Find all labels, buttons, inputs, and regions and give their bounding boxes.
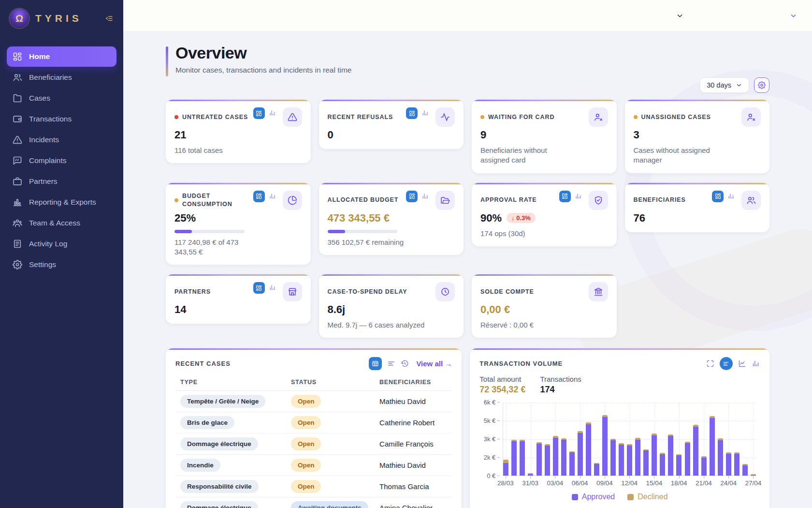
table-row[interactable]: Responsabilité civileOpenThomas Garcia bbox=[175, 476, 452, 497]
case-status-cell: Awaiting documents bbox=[286, 497, 375, 508]
store-icon bbox=[283, 282, 302, 301]
table-row[interactable]: Bris de glaceOpenCatherine Robert bbox=[175, 412, 452, 433]
legend-item-approved: Approved bbox=[572, 493, 615, 501]
sidebar-item-activity-log[interactable]: Activity Log bbox=[7, 234, 116, 254]
chart-y-axis: 0 €2k €3k €5k €6k € bbox=[479, 403, 503, 476]
line-view-icon[interactable] bbox=[738, 359, 746, 368]
topbar bbox=[123, 0, 812, 31]
list-view-icon[interactable] bbox=[387, 359, 395, 368]
pie-chart-icon bbox=[283, 191, 302, 210]
case-type-pill: Dommage électrique bbox=[180, 501, 258, 508]
table-row[interactable]: Dommage électriqueOpenCamille François bbox=[175, 433, 452, 455]
chart-bar-01-04 bbox=[536, 442, 542, 476]
mini-bar-chart-icon[interactable] bbox=[727, 193, 735, 200]
sidebar-item-label: Reporting & Exports bbox=[29, 198, 96, 207]
transaction-volume-chart: 0 €2k €3k €5k €6k € bbox=[479, 403, 760, 476]
approved-segment bbox=[511, 441, 517, 476]
stat-value: 0,00 € bbox=[480, 303, 510, 316]
stat-label: SOLDE COMPTE bbox=[480, 288, 534, 296]
approved-segment bbox=[652, 435, 657, 476]
sidebar-item-home[interactable]: Home bbox=[7, 46, 116, 67]
grid-toggle-icon[interactable] bbox=[712, 191, 724, 202]
approved-segment bbox=[569, 452, 575, 476]
status-badge: Open bbox=[291, 480, 321, 493]
grid-toggle-icon[interactable] bbox=[253, 282, 265, 294]
approved-segment bbox=[751, 475, 756, 476]
stat-card-header: CASE-TO-SPEND DELAY bbox=[328, 282, 455, 301]
topbar-chevron-down-icon[interactable] bbox=[676, 12, 684, 20]
stat-card-icons bbox=[586, 282, 608, 301]
stat-card-header: BENEFICIARIES bbox=[634, 191, 761, 210]
sidebar-item-transactions[interactable]: Transactions bbox=[7, 109, 116, 129]
status-dot bbox=[174, 198, 178, 202]
approved-segment bbox=[643, 450, 649, 476]
history-view-icon[interactable] bbox=[401, 359, 409, 368]
wallet-icon bbox=[13, 114, 22, 124]
chart-plot-area bbox=[503, 403, 756, 476]
table-view-icon[interactable] bbox=[369, 357, 382, 370]
chart-bar-03-04 bbox=[553, 436, 558, 476]
alert-triangle-icon bbox=[13, 135, 22, 145]
stacked-view-icon[interactable] bbox=[720, 357, 733, 370]
beneficiary-cell: Mathieu David bbox=[375, 391, 452, 412]
table-row[interactable]: IncendieOpenMathieu David bbox=[175, 455, 452, 476]
stat-card-unassigned-cases: UNASSIGNED CASES3Cases without assigned … bbox=[625, 100, 770, 173]
sidebar-item-complaints[interactable]: Complaints bbox=[7, 150, 116, 171]
sidebar-item-beneficiaries[interactable]: Beneficiaries bbox=[7, 67, 116, 88]
chart-bar-20-04 bbox=[693, 425, 698, 476]
gear-icon bbox=[13, 260, 22, 269]
grid-toggle-icon[interactable] bbox=[253, 191, 265, 202]
mini-bar-chart-icon[interactable] bbox=[269, 193, 276, 200]
clock-icon bbox=[435, 282, 455, 301]
dashboard-settings-button[interactable] bbox=[754, 77, 769, 93]
chart-bar-30-03 bbox=[520, 440, 525, 476]
mini-bar-chart-icon[interactable] bbox=[269, 284, 276, 291]
status-badge: Open bbox=[291, 459, 321, 472]
sidebar-item-settings[interactable]: Settings bbox=[7, 254, 116, 275]
approved-segment bbox=[668, 436, 673, 476]
sidebar-item-label: Incidents bbox=[29, 135, 59, 144]
mini-bar-chart-icon[interactable] bbox=[421, 109, 429, 117]
approved-segment bbox=[693, 427, 698, 476]
approved-segment bbox=[545, 446, 550, 476]
grid-toggle-icon[interactable] bbox=[559, 191, 571, 202]
sidebar-item-reporting-exports[interactable]: Reporting & Exports bbox=[7, 192, 116, 212]
x-axis-label: 03/04 bbox=[547, 479, 563, 487]
grid-toggle-icon[interactable] bbox=[406, 107, 418, 119]
message-quote-icon bbox=[13, 156, 22, 165]
period-select-value: 30 days bbox=[707, 81, 731, 89]
sidebar-collapse-icon[interactable] bbox=[105, 14, 114, 23]
bar-view-icon[interactable] bbox=[752, 359, 760, 368]
period-select[interactable]: 30 days bbox=[700, 77, 749, 93]
stat-card-header: WAITING FOR CARD bbox=[480, 107, 608, 127]
sidebar-item-team-access[interactable]: Team & Access bbox=[7, 213, 116, 233]
stat-label: CASE-TO-SPEND DELAY bbox=[328, 288, 407, 296]
mini-bar-chart-icon[interactable] bbox=[269, 109, 276, 117]
grid-toggle-icon[interactable] bbox=[406, 191, 418, 202]
chart-bar-13-04 bbox=[635, 438, 640, 476]
stat-value-row: 0 bbox=[328, 129, 455, 141]
case-type-cell: Bris de glace bbox=[175, 412, 286, 433]
case-type-pill: Bris de glace bbox=[180, 416, 234, 429]
grid-toggle-icon[interactable] bbox=[253, 107, 265, 119]
sidebar-item-partners[interactable]: Partners bbox=[7, 171, 116, 192]
sidebar-item-incidents[interactable]: Incidents bbox=[7, 130, 116, 150]
table-row[interactable]: Tempête / Grêle / NeigeOpenMathieu David bbox=[175, 391, 452, 412]
stat-value-row: 8.6j bbox=[328, 303, 455, 316]
table-row[interactable]: Dommage électriqueAwaiting documentsAmin… bbox=[175, 497, 452, 508]
mini-bar-chart-icon[interactable] bbox=[575, 193, 582, 200]
sidebar-item-cases[interactable]: Cases bbox=[7, 88, 116, 108]
case-type-pill: Dommage électrique bbox=[180, 437, 258, 450]
stat-card-header: PARTNERS bbox=[174, 282, 302, 301]
chart-bar-28-03 bbox=[503, 460, 508, 476]
page-title: Overview bbox=[175, 44, 351, 62]
recent-cases-title: RECENT CASES bbox=[175, 360, 231, 367]
chart-bar-27-04 bbox=[751, 474, 756, 476]
view-all-link[interactable]: View all → bbox=[416, 359, 452, 368]
profile-chevron-down-icon[interactable] bbox=[789, 12, 798, 20]
approved-segment bbox=[635, 440, 640, 476]
transaction-volume-title: TRANSACTION VOLUME bbox=[479, 360, 563, 367]
expand-icon[interactable] bbox=[706, 359, 714, 368]
status-badge: Awaiting documents bbox=[291, 501, 368, 508]
mini-bar-chart-icon[interactable] bbox=[421, 193, 429, 200]
